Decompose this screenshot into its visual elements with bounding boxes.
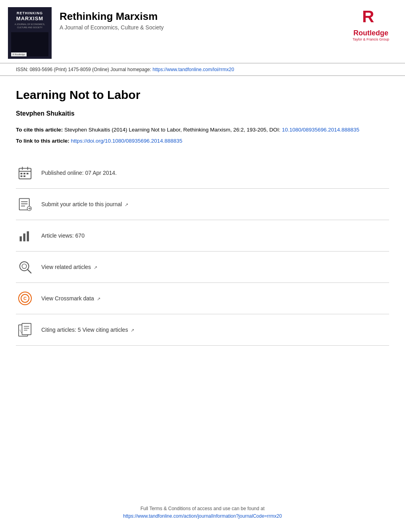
svg-rect-5: [21, 173, 23, 174]
submit-text: Submit your article to this journal ↗: [41, 201, 128, 207]
svg-line-22: [28, 269, 31, 273]
svg-point-23: [22, 264, 26, 268]
issn-text: ISSN: 0893-5696 (Print) 1475-8059 (Onlin…: [16, 67, 151, 72]
cite-block: To cite this article: Stevphen Shukaitis…: [16, 126, 389, 134]
journal-subtitle: A Journal of Economics, Culture & Societ…: [60, 24, 345, 31]
article-link[interactable]: https://doi.org/10.1080/08935696.2014.88…: [71, 138, 183, 144]
action-citing[interactable]: Citing articles: 5 View citing articles …: [16, 314, 389, 346]
footer-link[interactable]: https://www.tandfonline.com/action/journ…: [123, 513, 282, 519]
calendar-icon: [16, 164, 34, 182]
svg-text:C: C: [23, 296, 27, 301]
article-title: Learning Not to Labor: [16, 88, 389, 102]
link-block: To link to this article: https://doi.org…: [16, 137, 389, 145]
action-published: Published online: 07 Apr 2014.: [16, 157, 389, 189]
header: RETHINKING MARXISM A JOURNAL OF ECONOMIC…: [0, 0, 405, 64]
routledge-sub: Taylor & Francis Group: [353, 37, 389, 42]
routledge-logo-svg: R: [361, 7, 381, 29]
issn-link[interactable]: https://www.tandfonline.com/loi/rrmx20: [152, 67, 234, 72]
external-link-icon-citing: ↗: [131, 328, 134, 333]
svg-rect-8: [21, 175, 23, 177]
crossmark-icon: C: [16, 289, 34, 308]
footer-line1: Full Terms & Conditions of access and us…: [0, 505, 405, 513]
svg-text:R: R: [362, 7, 374, 26]
issn-bar: ISSN: 0893-5696 (Print) 1475-8059 (Onlin…: [0, 64, 405, 76]
footer: Full Terms & Conditions of access and us…: [0, 505, 405, 520]
journal-info: Rethinking Marxism A Journal of Economic…: [60, 7, 345, 43]
crossmark-text: View Crossmark data ↗: [41, 295, 100, 302]
svg-rect-9: [23, 175, 25, 177]
cover-title-marxism: MARXISM: [16, 15, 43, 22]
action-crossmark[interactable]: C View Crossmark data ↗: [16, 283, 389, 314]
svg-rect-18: [20, 236, 22, 241]
crossmark-circle: C: [18, 292, 32, 305]
svg-rect-6: [23, 173, 25, 174]
journal-title: Rethinking Marxism: [60, 10, 345, 23]
cite-doi-link[interactable]: 10.1080/08935696.2014.888835: [282, 127, 359, 133]
external-link-icon-submit: ↗: [125, 202, 128, 207]
cover-routledge-badge: R Routledge: [11, 52, 27, 56]
citing-text: Citing articles: 5 View citing articles …: [41, 327, 134, 333]
journal-cover: RETHINKING MARXISM A JOURNAL OF ECONOMIC…: [8, 7, 52, 59]
svg-rect-27: [22, 323, 31, 335]
barchart-icon: [16, 226, 34, 245]
cite-label: To cite this article:: [16, 127, 63, 133]
action-views: Article views: 670: [16, 220, 389, 251]
action-related[interactable]: View related articles ↗: [16, 251, 389, 283]
views-text: Article views: 670: [41, 232, 85, 239]
routledge-logo: R Routledge Taylor & Francis Group: [353, 7, 389, 42]
cover-subtitle: A JOURNAL OF ECONOMICS, CULTURE AND SOCI…: [11, 23, 48, 29]
svg-rect-20: [27, 231, 29, 241]
svg-rect-7: [27, 173, 29, 174]
submit-icon: [16, 195, 34, 213]
main-content: Learning Not to Labor Stevphen Shukaitis…: [0, 76, 405, 358]
related-text: View related articles ↗: [41, 264, 97, 270]
author-name: Stevphen Shukaitis: [16, 110, 389, 117]
cite-text: Stevphen Shukaitis (2014) Learning Not t…: [64, 127, 280, 133]
link-label: To link to this article:: [16, 138, 69, 144]
svg-rect-19: [23, 233, 25, 241]
action-submit[interactable]: Submit your article to this journal ↗: [16, 189, 389, 220]
published-text: Published online: 07 Apr 2014.: [41, 170, 117, 176]
related-icon: [16, 258, 34, 276]
routledge-name: Routledge: [353, 29, 388, 37]
cover-title-rethinking: RETHINKING: [17, 11, 43, 15]
external-link-icon-crossmark: ↗: [97, 296, 100, 301]
citing-icon: [16, 321, 34, 339]
actions-section: Published online: 07 Apr 2014.: [16, 157, 389, 346]
external-link-icon-related: ↗: [94, 265, 97, 270]
